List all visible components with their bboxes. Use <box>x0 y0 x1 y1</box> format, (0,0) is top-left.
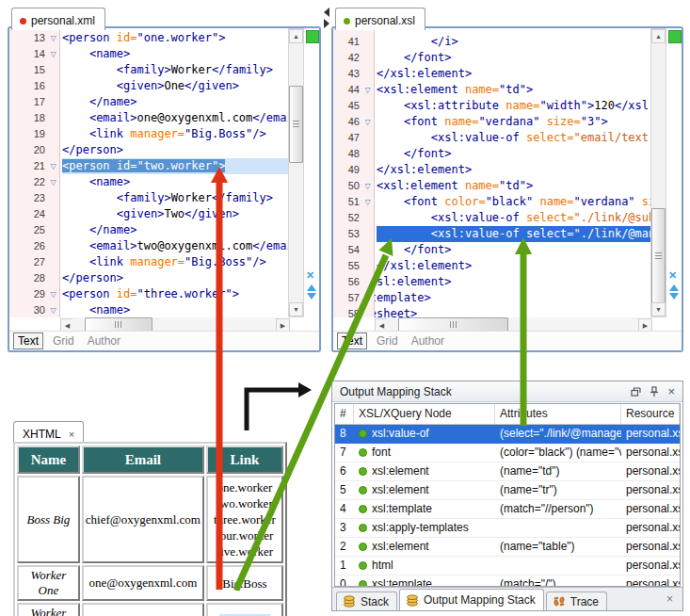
fold-toggle-icon[interactable]: ▽ <box>361 82 374 98</box>
horizontal-scroll-track[interactable] <box>72 317 278 332</box>
tab-xhtml[interactable]: XHTML × <box>13 421 84 444</box>
link-value[interactable]: two.worker <box>210 495 280 511</box>
mode-button-author[interactable]: Author <box>84 333 124 349</box>
vertical-scrollbar[interactable]: ▲ ▼ <box>288 28 304 317</box>
code-line[interactable]: </xsl:stylesheet> <box>377 306 652 317</box>
close-panel-icon[interactable]: × <box>667 387 675 397</box>
fold-toggle-icon[interactable]: ▽ <box>361 194 374 210</box>
code-line[interactable]: <person id="one.worker"> <box>62 30 290 46</box>
mode-button-author[interactable]: Author <box>408 333 448 349</box>
code-line[interactable]: <link manager="Big.Boss"/> <box>62 126 290 142</box>
pane-splitter-expand-icon[interactable] <box>324 19 329 28</box>
link-value[interactable]: three.worker <box>210 511 280 527</box>
horizontal-scroll-thumb[interactable] <box>85 317 152 332</box>
sync-scroll-up-icon[interactable] <box>307 284 316 291</box>
fold-toggle-icon[interactable]: ▽ <box>361 114 374 130</box>
pin-panel-icon[interactable] <box>650 386 659 397</box>
mode-button-grid[interactable]: Grid <box>49 333 78 349</box>
view-tab-trace[interactable]: Trace <box>546 592 607 610</box>
code-line[interactable]: <font color="black" name="verdana" size=… <box>377 194 652 210</box>
mapping-stack-row[interactable]: 5xsl:element(name="tr")personal.xsl <box>335 481 680 500</box>
tab-personal-xsl[interactable]: personal.xsl <box>335 8 425 30</box>
code-line[interactable]: </name> <box>62 222 290 238</box>
code-line[interactable]: <link manager="Big.Boss"/> <box>62 254 290 270</box>
mapping-stack-row[interactable]: 8xsl:value-of(select="./link/@manager")p… <box>335 425 680 444</box>
mapping-stack-row[interactable]: 7font(color="black") (name="verdana")...… <box>335 444 680 462</box>
code-line[interactable]: <xsl:element name="td"> <box>377 82 652 98</box>
code-line[interactable]: <name> <box>62 302 290 317</box>
scroll-down-arrow[interactable]: ▼ <box>651 302 666 316</box>
code-line[interactable]: <name> <box>62 174 290 190</box>
link-value[interactable]: one.worker <box>210 479 280 495</box>
link-value[interactable]: Big.Boss <box>210 613 280 616</box>
mapping-stack-row[interactable]: 4xsl:template(match="//person")personal.… <box>335 500 680 519</box>
code-line[interactable]: </person> <box>62 142 290 158</box>
link-value[interactable]: Big.Boss <box>210 575 280 592</box>
fold-toggle-icon[interactable]: ▽ <box>47 158 59 174</box>
pane-splitter-collapse-icon[interactable] <box>324 8 329 17</box>
validation-status-icon[interactable] <box>668 30 682 43</box>
scroll-down-arrow[interactable]: ▼ <box>289 302 303 316</box>
code-line[interactable]: <family>Worker</family> <box>62 190 290 206</box>
tab-personal-xml[interactable]: personal.xml <box>11 8 105 30</box>
code-line[interactable]: </font> <box>377 146 652 162</box>
vertical-scroll-thumb[interactable] <box>651 208 666 304</box>
code-line[interactable]: </xsl:element> <box>377 162 652 178</box>
fold-toggle-icon[interactable]: ▽ <box>47 302 59 317</box>
code-line[interactable]: <xsl:value-of select="./link/@manager"/> <box>377 226 652 242</box>
mapping-stack-row[interactable]: 2xsl:element(name="table")personal.xsl <box>335 538 680 557</box>
sync-scroll-down-icon[interactable] <box>307 293 316 300</box>
code-line[interactable]: </font> <box>377 50 652 66</box>
fold-toggle-icon[interactable]: ▽ <box>361 178 374 194</box>
horizontal-scrollbar[interactable]: ◀ ▶ <box>375 317 652 332</box>
code-line[interactable]: <given>One</given> <box>62 78 290 94</box>
code-line[interactable]: <xsl:value-of select="email/text()"/> <box>377 130 652 146</box>
close-view-icon[interactable]: × <box>666 592 673 606</box>
code-line[interactable]: </person> <box>62 270 290 286</box>
code-line[interactable]: <xsl:element name="td"> <box>377 178 652 194</box>
code-line[interactable]: <font name="verdana" size="3"> <box>377 114 652 130</box>
vertical-scroll-thumb[interactable] <box>289 86 303 163</box>
float-panel-icon[interactable] <box>631 387 641 397</box>
fold-toggle-icon[interactable]: ▽ <box>47 46 59 62</box>
mode-button-text[interactable]: Text <box>13 332 43 349</box>
horizontal-scroll-track[interactable] <box>387 317 640 332</box>
view-tab-stack[interactable]: Stack <box>336 592 397 610</box>
scroll-up-arrow[interactable]: ▲ <box>289 29 303 43</box>
vertical-scrollbar[interactable]: ▲ ▼ <box>650 28 666 317</box>
fold-toggle-icon[interactable]: ▽ <box>47 286 59 302</box>
code-line[interactable]: </xsl:template> <box>377 290 652 306</box>
code-line[interactable]: </font> <box>377 242 652 258</box>
close-split-icon[interactable]: ✕ <box>306 270 314 281</box>
code-line[interactable]: <person id="three.worker"> <box>62 286 290 302</box>
code-line[interactable]: </xsl:element> <box>377 274 652 290</box>
validation-status-icon[interactable] <box>306 30 319 43</box>
mode-button-text[interactable]: Text <box>337 332 367 349</box>
horizontal-scroll-thumb[interactable] <box>398 317 508 332</box>
view-tab-output-mapping-stack[interactable]: Output Mapping Stack <box>399 589 544 610</box>
sync-scroll-down-icon[interactable] <box>669 293 679 300</box>
link-value[interactable]: four.worker <box>210 527 280 543</box>
scroll-up-arrow[interactable]: ▲ <box>651 29 666 43</box>
code-line[interactable]: <name> <box>62 46 290 62</box>
mapping-stack-row[interactable]: 6xsl:element(name="td")personal.xsl <box>335 462 680 481</box>
xml-code-area[interactable]: <person id="one.worker"><name><family>Wo… <box>60 28 290 317</box>
code-line[interactable]: </xsl:element> <box>377 258 652 274</box>
code-line[interactable]: </name> <box>62 94 290 110</box>
close-split-icon[interactable]: ✕ <box>668 270 677 281</box>
code-line[interactable]: <email>one@oxygenxml.com</email> <box>62 110 290 126</box>
mode-button-grid[interactable]: Grid <box>373 333 402 349</box>
sync-scroll-up-icon[interactable] <box>669 284 679 291</box>
code-line[interactable]: <given>Two</given> <box>62 206 290 222</box>
link-value[interactable]: five.worker <box>210 543 280 559</box>
mapping-stack-row[interactable]: 3xsl:apply-templatespersonal.xsl <box>335 519 680 538</box>
xsl-code-area[interactable]: </i></font></xsl:element><xsl:element na… <box>375 28 652 317</box>
code-line[interactable]: <person id="two.worker"> <box>62 158 290 174</box>
code-line[interactable]: </i> <box>377 34 652 50</box>
horizontal-scrollbar[interactable]: ◀ ▶ <box>60 317 290 332</box>
fold-toggle-icon[interactable]: ▽ <box>47 30 59 46</box>
mapping-stack-row[interactable]: 1htmlpersonal.xsl <box>335 557 680 575</box>
mapping-stack-row[interactable]: 0xsl:template(match="/")personal.xsl <box>335 575 680 587</box>
code-line[interactable]: </xsl:element> <box>377 66 652 82</box>
code-line[interactable]: <xsl:attribute name="width">120</xsl:att… <box>377 98 652 114</box>
